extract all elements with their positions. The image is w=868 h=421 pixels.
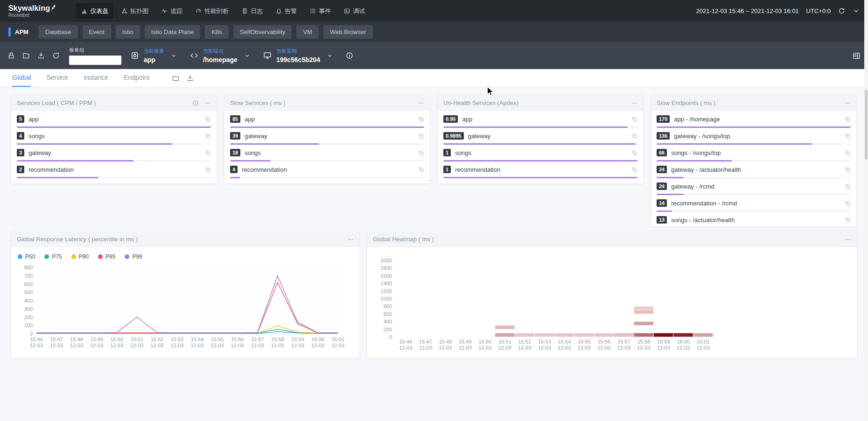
legend-item[interactable]: P99 bbox=[125, 253, 142, 260]
svg-text:15:55: 15:55 bbox=[578, 339, 591, 344]
clipboard-icon[interactable] bbox=[845, 116, 851, 122]
dashboard-tab[interactable]: Database bbox=[39, 25, 78, 39]
clipboard-icon[interactable] bbox=[205, 167, 211, 173]
view-tab[interactable]: Endpoint bbox=[124, 69, 149, 87]
clipboard-icon[interactable] bbox=[631, 167, 637, 173]
auto-refresh-icon[interactable] bbox=[838, 7, 845, 14]
clipboard-icon[interactable] bbox=[631, 116, 637, 122]
card-unhealth-services: Un-Health Services (Apdex) 0.95 app bbox=[438, 95, 643, 183]
view-tab[interactable]: Instance bbox=[84, 69, 108, 87]
value-badge: 13 bbox=[657, 216, 667, 224]
svg-text:15:57: 15:57 bbox=[617, 339, 630, 344]
current-instance-select[interactable]: 当前实例 199c56c5b204 bbox=[263, 48, 333, 63]
more-icon[interactable] bbox=[631, 100, 637, 106]
clipboard-icon[interactable] bbox=[205, 133, 211, 139]
nav-item[interactable]: 拓扑图 bbox=[116, 3, 154, 19]
svg-text:15:47: 15:47 bbox=[419, 339, 432, 344]
more-icon[interactable] bbox=[347, 236, 354, 243]
topology-icon bbox=[121, 8, 127, 14]
sidebar-toggle-icon[interactable] bbox=[853, 52, 861, 60]
nav-item[interactable]: 告警 bbox=[271, 3, 302, 19]
value-badge: 136 bbox=[657, 132, 670, 140]
lock-icon[interactable] bbox=[7, 52, 15, 59]
code-icon bbox=[190, 51, 198, 60]
legend-item[interactable]: P90 bbox=[71, 253, 89, 260]
clipboard-icon[interactable] bbox=[845, 217, 851, 223]
value-badge: 24 bbox=[657, 166, 667, 173]
scrollbar-thumb[interactable] bbox=[865, 90, 868, 160]
dashboard-tab[interactable]: Istio Data Plane bbox=[145, 25, 201, 39]
dashboard-tab[interactable]: VM bbox=[296, 25, 319, 39]
dashboard-tab-label: Web Browser bbox=[330, 28, 366, 35]
svg-text:1600: 1600 bbox=[381, 273, 392, 279]
info-icon[interactable] bbox=[192, 100, 199, 106]
nav-item[interactable]: 日志 bbox=[237, 3, 268, 19]
legend-item[interactable]: P50 bbox=[18, 253, 35, 260]
current-endpoint-select[interactable]: 当前端点 /homepage bbox=[190, 48, 250, 63]
nav-item[interactable]: 事件 bbox=[305, 3, 336, 19]
svg-text:15:59: 15:59 bbox=[291, 337, 304, 342]
dashboard-tab[interactable]: K8s bbox=[205, 25, 228, 39]
clipboard-icon[interactable] bbox=[845, 167, 851, 173]
download-icon[interactable] bbox=[187, 75, 194, 82]
clipboard-icon[interactable] bbox=[418, 150, 424, 156]
scrollbar-track[interactable] bbox=[864, 0, 868, 421]
clipboard-icon[interactable] bbox=[845, 133, 851, 139]
legend-item[interactable]: P95 bbox=[98, 253, 115, 260]
svg-text:800: 800 bbox=[384, 303, 392, 309]
more-icon[interactable] bbox=[844, 100, 851, 106]
rank-item: 66 songs - /songs/top bbox=[651, 145, 856, 161]
clipboard-icon[interactable] bbox=[418, 116, 424, 122]
service-group-input[interactable] bbox=[69, 56, 121, 65]
svg-text:200: 200 bbox=[384, 327, 392, 332]
svg-text:16:01: 16:01 bbox=[697, 339, 710, 344]
dashboard-tab[interactable]: Istio bbox=[116, 25, 140, 39]
folder-icon[interactable] bbox=[22, 52, 30, 59]
more-icon[interactable] bbox=[418, 100, 424, 106]
more-icon[interactable] bbox=[204, 100, 211, 106]
nav-item[interactable]: 仪表盘 bbox=[76, 3, 113, 19]
rank-item: 14 recommendation - /rcmd bbox=[651, 195, 856, 212]
nav-item[interactable]: 调试 bbox=[339, 3, 370, 19]
view-tab[interactable]: Service bbox=[46, 69, 68, 87]
dashboard-tab-label: Database bbox=[45, 28, 71, 35]
dashboard-tab[interactable]: Web Browser bbox=[323, 25, 373, 39]
dashboard-tab-label: SelfObservability bbox=[240, 28, 286, 35]
nav-item[interactable]: 追踪 bbox=[156, 3, 188, 19]
dashboard-tab[interactable]: Event bbox=[83, 25, 111, 39]
clipboard-icon[interactable] bbox=[418, 167, 424, 173]
dashboard-tab[interactable]: APM bbox=[8, 28, 34, 36]
folder-icon[interactable] bbox=[172, 75, 179, 82]
nav-item[interactable]: 性能剖析 bbox=[190, 3, 234, 19]
dashboard-tab-label: APM bbox=[15, 28, 28, 35]
app-logo[interactable]: Skywalking Rocketbot bbox=[8, 5, 56, 18]
time-range[interactable]: 2021-12-03 15:46 ~ 2021-12-03 16:01 bbox=[696, 7, 799, 14]
clipboard-icon[interactable] bbox=[205, 150, 211, 156]
clipboard-icon[interactable] bbox=[205, 116, 211, 122]
more-icon[interactable] bbox=[845, 236, 851, 243]
legend-item[interactable]: P75 bbox=[44, 253, 62, 260]
svg-text:12-03: 12-03 bbox=[478, 345, 491, 351]
info-icon[interactable] bbox=[346, 52, 353, 59]
clipboard-icon[interactable] bbox=[418, 133, 424, 139]
clipboard-icon[interactable] bbox=[845, 183, 851, 189]
alarm-icon bbox=[276, 8, 282, 14]
timezone[interactable]: UTC+0:0 bbox=[806, 7, 831, 14]
current-service-select[interactable]: 当前服务 app bbox=[131, 48, 177, 63]
nav-item-label: 事件 bbox=[319, 7, 331, 15]
clipboard-icon[interactable] bbox=[845, 200, 851, 206]
svg-text:15:52: 15:52 bbox=[518, 339, 531, 344]
view-tab[interactable]: Global bbox=[12, 69, 31, 87]
clipboard-icon[interactable] bbox=[631, 133, 637, 139]
dashboard-tab-label: Istio Data Plane bbox=[151, 28, 194, 35]
legend-label: P50 bbox=[25, 253, 35, 260]
export-icon[interactable] bbox=[37, 52, 45, 59]
clipboard-icon[interactable] bbox=[631, 150, 637, 156]
svg-text:15:58: 15:58 bbox=[637, 339, 650, 344]
clipboard-icon[interactable] bbox=[845, 150, 851, 156]
chevron-down-icon[interactable] bbox=[853, 7, 860, 14]
dashboard-tab[interactable]: SelfObservability bbox=[233, 25, 292, 39]
svg-text:12-03: 12-03 bbox=[498, 345, 511, 351]
value-badge: 1 bbox=[443, 149, 451, 156]
refresh-icon[interactable] bbox=[52, 52, 60, 59]
